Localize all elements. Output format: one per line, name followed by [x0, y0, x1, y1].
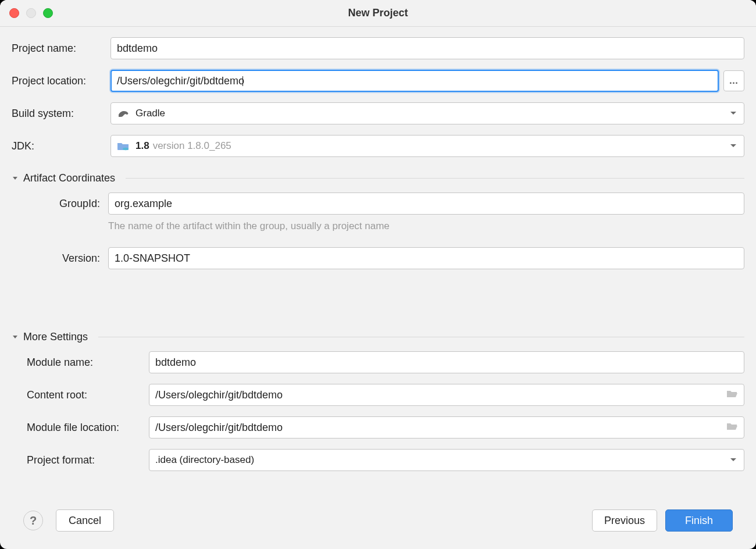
- project-location-input[interactable]: /Users/olegchir/git/bdtdemo: [110, 70, 719, 92]
- chevron-down-icon: [730, 111, 737, 116]
- version-input[interactable]: [108, 247, 744, 269]
- divider: [98, 337, 744, 337]
- module-name-label: Module name:: [27, 357, 149, 369]
- module-name-row: Module name:: [27, 351, 744, 373]
- module-file-location-input[interactable]: /Users/olegchir/git/bdtdemo: [149, 416, 744, 439]
- artifact-coordinates-section: Artifact Coordinates GroupId: The name o…: [12, 172, 744, 282]
- expand-down-icon: [12, 175, 19, 182]
- cancel-button[interactable]: Cancel: [56, 509, 114, 532]
- spacer: [12, 282, 744, 329]
- project-location-value: /Users/olegchir/git/bdtdemo: [117, 75, 244, 87]
- project-format-value: .idea (directory-based): [155, 454, 254, 466]
- gradle-icon: [117, 108, 130, 119]
- chevron-down-icon: [730, 458, 737, 462]
- project-name-row: Project name:: [12, 37, 744, 59]
- group-id-hint: The name of the artifact within the grou…: [108, 220, 744, 232]
- window-maximize-button[interactable]: [43, 8, 53, 18]
- window-close-button[interactable]: [9, 8, 19, 18]
- content-root-row: Content root: /Users/olegchir/git/bdtdem…: [27, 384, 744, 406]
- version-row: Version:: [27, 247, 744, 269]
- artifact-coordinates-title: Artifact Coordinates: [23, 172, 115, 184]
- project-name-input[interactable]: [110, 37, 744, 59]
- previous-button[interactable]: Previous: [592, 509, 657, 532]
- build-system-row: Build system: Gradle: [12, 102, 744, 124]
- group-id-label: GroupId:: [27, 198, 108, 210]
- more-settings-section: More Settings Module name: Content root:…: [12, 331, 744, 477]
- svg-point-0: [123, 148, 129, 150]
- module-name-input[interactable]: [149, 351, 744, 373]
- ellipsis-icon: …: [729, 76, 739, 86]
- version-label: Version:: [27, 252, 108, 265]
- project-name-label: Project name:: [12, 42, 110, 55]
- build-system-label: Build system:: [12, 108, 110, 120]
- more-settings-title: More Settings: [23, 331, 88, 343]
- artifact-coordinates-toggle[interactable]: Artifact Coordinates: [12, 172, 744, 184]
- jdk-version-suffix: version 1.8.0_265: [153, 140, 231, 152]
- content-root-value: /Users/olegchir/git/bdtdemo: [155, 389, 283, 401]
- finish-button[interactable]: Finish: [665, 509, 733, 532]
- window-controls: [9, 8, 53, 18]
- folder-open-icon[interactable]: [726, 389, 738, 401]
- content-root-input[interactable]: /Users/olegchir/git/bdtdemo: [149, 384, 744, 406]
- divider: [126, 178, 744, 179]
- help-button[interactable]: ?: [23, 511, 43, 530]
- footer-right: Previous Finish: [592, 509, 733, 532]
- new-project-window: New Project Project name: Project locati…: [0, 0, 756, 549]
- window-minimize-button[interactable]: [26, 8, 36, 18]
- module-file-location-label: Module file location:: [27, 422, 149, 434]
- more-settings-toggle[interactable]: More Settings: [12, 331, 744, 343]
- build-system-dropdown[interactable]: Gradle: [110, 102, 744, 124]
- jdk-row: JDK: 1.8 version 1.8.0_265: [12, 135, 744, 157]
- chevron-down-icon: [730, 144, 737, 148]
- window-title: New Project: [348, 7, 408, 19]
- project-location-label: Project location:: [12, 75, 110, 87]
- footer: ? Cancel Previous Finish: [12, 504, 744, 549]
- project-location-browse-button[interactable]: …: [723, 70, 744, 91]
- module-file-location-row: Module file location: /Users/olegchir/gi…: [27, 416, 744, 439]
- help-icon: ?: [30, 514, 37, 527]
- titlebar: New Project: [0, 0, 756, 27]
- group-id-input[interactable]: [108, 192, 744, 215]
- folder-open-icon[interactable]: [726, 422, 738, 434]
- jdk-label: JDK:: [12, 140, 110, 152]
- project-location-row: Project location: /Users/olegchir/git/bd…: [12, 70, 744, 92]
- content-root-label: Content root:: [27, 389, 149, 401]
- artifact-sub-form: GroupId: The name of the artifact within…: [12, 192, 744, 269]
- project-format-dropdown[interactable]: .idea (directory-based): [149, 449, 744, 471]
- jdk-dropdown[interactable]: 1.8 version 1.8.0_265: [110, 135, 744, 157]
- content-area: Project name: Project location: /Users/o…: [0, 27, 756, 549]
- project-format-label: Project format:: [27, 454, 149, 466]
- jdk-value: 1.8: [135, 140, 149, 152]
- expand-down-icon: [12, 334, 19, 341]
- group-id-row: GroupId:: [27, 192, 744, 215]
- folder-jdk-icon: [117, 141, 130, 151]
- project-format-row: Project format: .idea (directory-based): [27, 449, 744, 471]
- module-file-location-value: /Users/olegchir/git/bdtdemo: [155, 422, 283, 434]
- build-system-value: Gradle: [135, 108, 165, 119]
